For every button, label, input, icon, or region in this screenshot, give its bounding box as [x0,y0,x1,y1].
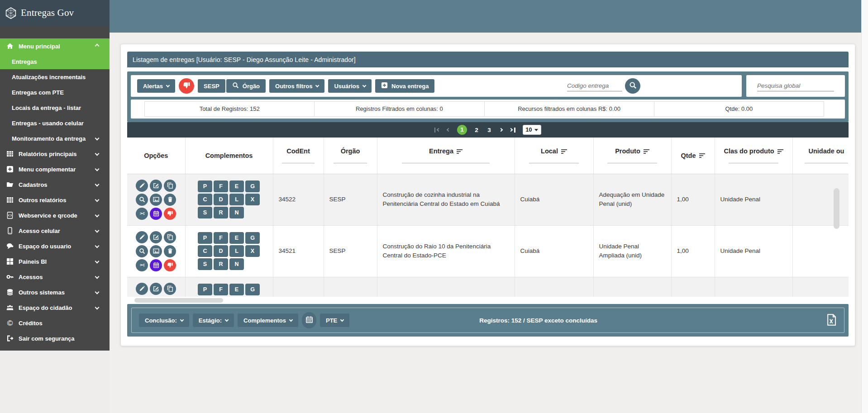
trash-button[interactable] [164,245,176,257]
export-excel-button[interactable] [826,314,837,327]
sidebar-item-cadastros[interactable]: Cadastros [0,177,110,192]
complement-x-button[interactable]: X [245,194,260,205]
page-size-select[interactable]: 10 [523,125,542,135]
copy-button[interactable] [164,231,176,243]
sidebar-item-espaco-do-usuario[interactable]: Espaço do usuario [0,238,110,254]
codigo-entrega-input[interactable] [567,81,622,91]
conclusao-dropdown[interactable]: Conclusão: [139,313,189,327]
column-header-clas-do-produto[interactable]: Clas do produto [715,138,792,174]
edit-button[interactable] [150,231,162,243]
alertas-dropdown[interactable]: Alertas [137,79,175,93]
complement-f-button[interactable]: F [214,232,228,244]
sidebar-item-atualizacoes-incrementais[interactable]: Atualizações incrementais [0,69,110,85]
copy-button[interactable] [164,180,176,192]
sidebar-item-relatorios-principais[interactable]: Relatórios principais [0,146,110,161]
complement-e-button[interactable]: E [229,284,244,295]
sidebar-item-menu-complementar[interactable]: Menu complementar [0,161,110,177]
edit-button[interactable] [150,283,162,295]
complement-l-button[interactable]: L [229,245,244,257]
sort-icon[interactable] [457,149,463,154]
complement-e-button[interactable]: E [229,232,244,244]
column-filter-input[interactable] [529,163,579,163]
orgao-button[interactable]: Órgão [226,79,266,93]
sidebar-item-outros-relatorios[interactable]: Outros relatórios [0,192,110,208]
complement-r-button[interactable]: R [214,258,228,270]
next-page-button[interactable] [500,128,502,131]
page-number-2[interactable]: 2 [473,127,480,133]
horizontal-scrollbar-thumb[interactable] [134,298,223,303]
last-page-button[interactable] [510,128,515,133]
sidebar-item-espaco-do-cidadao[interactable]: Espaço do cidadão [0,300,110,315]
estagio-dropdown[interactable]: Estágio: [193,313,234,327]
sidebar-item-entregas-com-pte[interactable]: Entregas com PTE [0,85,110,100]
search-button[interactable] [136,245,148,257]
complement-e-button[interactable]: E [229,180,244,192]
page-number-3[interactable]: 3 [486,127,492,133]
sidebar-item-webservice-e-qrcode[interactable]: Webservice e qrcode [0,208,110,223]
complement-n-button[interactable]: N [229,207,244,218]
pencil-button[interactable] [136,180,148,192]
alerts-thumbs-down-button[interactable] [179,78,194,94]
complement-s-button[interactable]: S [198,258,212,270]
sidebar-item-menu-principal[interactable]: Menu principal [0,38,110,54]
column-filter-input[interactable] [282,163,314,163]
sidebar-item-paineis-bi[interactable]: Paineis BI [0,254,110,269]
search-button[interactable] [136,194,148,206]
sidebar-item-outros-sistemas[interactable]: Outros sistemas [0,285,110,300]
scissors-button[interactable]: ✂ [136,208,148,220]
outros-filtros-dropdown[interactable]: Outros filtros [269,79,324,93]
complement-g-button[interactable]: G [245,284,260,295]
complement-s-button[interactable]: S [198,207,212,218]
complementos-dropdown[interactable]: Complementos [238,313,298,327]
nova-entrega-button[interactable]: Nova entrega [375,79,434,93]
complement-d-button[interactable]: D [214,245,228,257]
sort-icon[interactable] [699,153,705,158]
complement-g-button[interactable]: G [245,180,260,192]
usuarios-dropdown[interactable]: Usuários [328,79,372,93]
sidebar-item-monitoramento-da-entrega[interactable]: Monitoramento da entrega [0,131,110,146]
complement-n-button[interactable]: N [229,258,244,270]
thumbsdown-button[interactable] [164,259,176,271]
column-filter-input[interactable] [805,163,848,163]
pencil-button[interactable] [136,231,148,243]
column-header-qtde[interactable]: Qtde [671,138,715,174]
sidebar-item-locais-da-entrega-listar[interactable]: Locais da entrega - listar [0,100,110,115]
vertical-scrollbar-thumb[interactable] [834,188,839,229]
column-header-entrega[interactable]: Entrega [377,138,515,174]
sidebar-item-sair-com-seguranca[interactable]: Sair com segurança [0,331,110,346]
complement-p-button[interactable]: P [198,180,212,192]
sidebar-item-entregas[interactable]: Entregas [0,54,110,69]
scissors-button[interactable]: ✂ [136,259,148,271]
complement-f-button[interactable]: F [214,284,228,295]
pte-dropdown[interactable]: PTE [320,313,349,327]
complement-l-button[interactable]: L [229,194,244,205]
calendar-button[interactable] [150,259,162,271]
browser-scrollbar[interactable] [861,0,868,413]
page-number-1[interactable]: 1 [457,125,467,135]
codigo-search-button[interactable] [625,78,640,94]
calendar-button[interactable] [150,208,162,220]
complement-g-button[interactable]: G [245,232,260,244]
column-filter-input[interactable] [607,163,657,163]
calendar-filter-button[interactable] [302,312,316,328]
image-button[interactable] [150,194,162,206]
pencil-button[interactable] [136,283,148,295]
copy-button[interactable] [164,283,176,295]
sort-icon[interactable] [561,149,567,154]
sort-icon[interactable] [644,149,649,154]
previous-page-button[interactable] [447,128,450,131]
sidebar-item-acesso-celular[interactable]: Acesso celular [0,223,110,238]
trash-button[interactable] [164,194,176,206]
global-search-input[interactable] [757,81,834,91]
edit-button[interactable] [150,180,162,192]
complement-p-button[interactable]: P [198,284,212,295]
image-button[interactable] [150,245,162,257]
complement-c-button[interactable]: C [198,194,212,205]
complement-c-button[interactable]: C [198,245,212,257]
complement-d-button[interactable]: D [214,194,228,205]
sesp-button[interactable]: SESP [198,79,225,93]
column-header-local[interactable]: Local [515,138,593,174]
column-header-produto[interactable]: Produto [593,138,671,174]
sidebar-item-acessos[interactable]: Acessos [0,269,110,285]
sidebar-item-creditos[interactable]: ©Créditos [0,315,110,331]
